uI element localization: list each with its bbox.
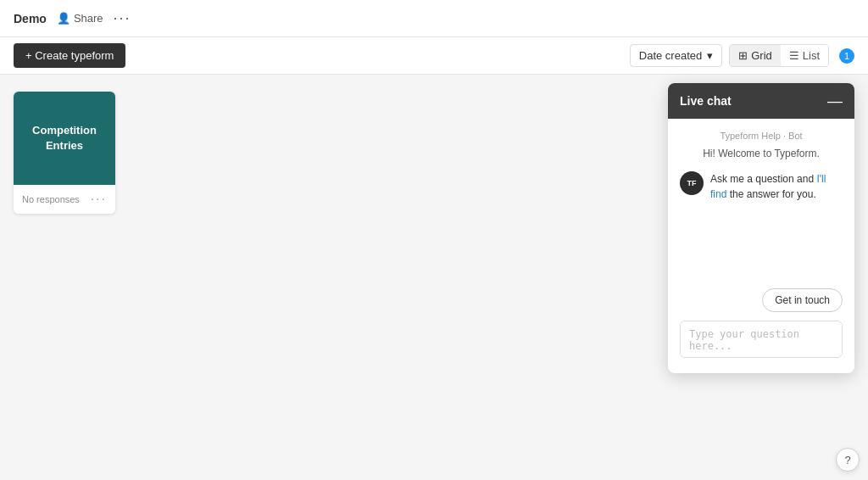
live-chat-header: Live chat —	[668, 83, 854, 119]
form-card[interactable]: Competition Entries No responses ···	[14, 92, 115, 214]
topbar: Demo 👤 Share ···	[0, 0, 868, 37]
help-button[interactable]: ?	[836, 448, 860, 472]
main-content: Competition Entries No responses ··· Liv…	[0, 75, 868, 231]
create-typeform-button[interactable]: + Create typeform	[14, 43, 125, 68]
form-card-menu-button[interactable]: ···	[91, 192, 107, 207]
form-card-footer: No responses ···	[14, 185, 115, 214]
toolbar-right: Date created ▾ ⊞ Grid ☰ List 1	[630, 44, 854, 67]
notification-badge: 1	[839, 48, 854, 64]
view-toggle: ⊞ Grid ☰ List	[729, 44, 829, 67]
form-responses-count: No responses	[22, 194, 80, 204]
users-icon: 👤	[57, 12, 70, 25]
chat-bubble: Ask me a question and I'll find the answ…	[710, 171, 843, 202]
topbar-more-button[interactable]: ···	[114, 9, 131, 27]
grid-icon: ⊞	[738, 49, 748, 62]
list-icon: ☰	[789, 49, 799, 62]
get-in-touch-container: Get in touch	[680, 288, 843, 312]
form-card-title: Competition Entries	[32, 123, 97, 153]
chat-input[interactable]	[680, 321, 843, 358]
chat-bot-label: Typeform Help · Bot	[680, 131, 843, 141]
live-chat-minimize-button[interactable]: —	[827, 93, 843, 109]
grid-view-button[interactable]: ⊞ Grid	[730, 45, 781, 66]
chat-highlight: I'll find	[710, 173, 826, 200]
chat-message: TF Ask me a question and I'll find the a…	[680, 171, 843, 202]
live-chat-widget: Live chat — Typeform Help · Bot Hi! Welc…	[668, 83, 854, 373]
sort-dropdown[interactable]: Date created ▾	[630, 44, 722, 67]
share-button[interactable]: 👤 Share	[57, 12, 103, 25]
chat-avatar: TF	[680, 171, 704, 195]
get-in-touch-button[interactable]: Get in touch	[762, 288, 843, 312]
chevron-down-icon: ▾	[707, 49, 713, 62]
toolbar: + Create typeform Date created ▾ ⊞ Grid …	[0, 37, 868, 75]
chat-welcome-message: Hi! Welcome to Typeform.	[680, 148, 843, 159]
live-chat-title: Live chat	[680, 94, 732, 108]
form-card-header: Competition Entries	[14, 92, 115, 185]
live-chat-footer: Get in touch	[668, 288, 854, 373]
live-chat-body: Typeform Help · Bot Hi! Welcome to Typef…	[668, 119, 854, 288]
workspace-title: Demo	[14, 12, 47, 25]
list-view-button[interactable]: ☰ List	[781, 45, 828, 66]
